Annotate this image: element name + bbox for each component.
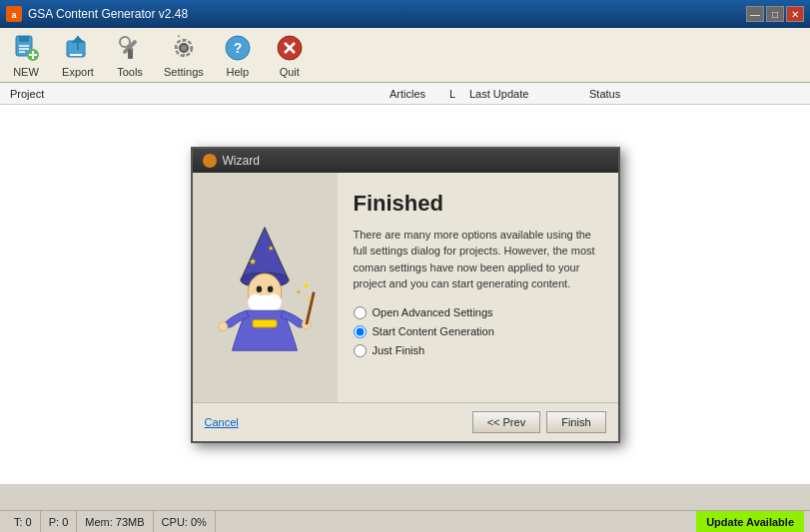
tools-icon: [114, 32, 146, 64]
svg-point-36: [219, 321, 228, 330]
table-header: Project Articles L Last Update Status: [0, 83, 810, 105]
help-icon: ?: [222, 32, 254, 64]
titlebar: a GSA Content Generator v2.48 — □ ✕: [0, 0, 810, 28]
option-start-label: Start Content Generation: [373, 325, 494, 337]
svg-marker-26: [242, 227, 288, 277]
option-advanced-label: Open Advanced Settings: [373, 306, 493, 318]
settings-icon: [168, 32, 200, 64]
wizard-content: Finished There are many more options ava…: [338, 173, 618, 402]
main-area: Wizard ★ ★: [0, 105, 810, 484]
toolbar-quit[interactable]: Quit: [272, 32, 308, 78]
footer-buttons: << Prev Finish: [472, 411, 606, 433]
maximize-button[interactable]: □: [766, 6, 784, 22]
wizard-dialog: Wizard ★ ★: [191, 147, 620, 443]
status-mem: Mem: 73MB: [77, 511, 153, 532]
dialog-overlay: Wizard ★ ★: [0, 105, 810, 484]
option-finish[interactable]: Just Finish: [354, 344, 602, 357]
svg-text:★: ★: [249, 256, 257, 266]
option-start[interactable]: Start Content Generation: [354, 325, 602, 338]
status-t: T: 0: [6, 511, 41, 532]
toolbar-export[interactable]: Export: [60, 32, 96, 78]
col-l: L: [445, 88, 465, 100]
wizard-heading: Finished: [354, 191, 602, 217]
col-project: Project: [6, 88, 386, 100]
option-finish-label: Just Finish: [373, 344, 425, 356]
svg-point-35: [267, 293, 282, 310]
status-cpu: CPU: 0%: [154, 511, 216, 532]
wizard-title: Wizard: [223, 154, 260, 168]
export-icon: [62, 32, 94, 64]
svg-text:✦: ✦: [302, 278, 311, 290]
col-lastupdate: Last Update: [465, 88, 585, 100]
toolbar-new[interactable]: NEW: [8, 32, 44, 78]
export-label: Export: [62, 66, 94, 78]
svg-rect-3: [19, 36, 29, 42]
col-articles: Articles: [386, 88, 445, 100]
svg-point-16: [120, 37, 130, 47]
svg-point-34: [248, 293, 263, 310]
toolbar-tools[interactable]: Tools: [112, 32, 148, 78]
status-update: Update Available: [696, 511, 804, 532]
option-finish-radio[interactable]: [354, 344, 367, 357]
app-title: GSA Content Generator v2.48: [28, 7, 188, 21]
wizard-options: Open Advanced Settings Start Content Gen…: [354, 306, 602, 357]
new-label: NEW: [13, 66, 39, 78]
svg-text:✦: ✦: [296, 288, 302, 295]
toolbar: NEW Export Tools: [0, 28, 810, 83]
prev-button[interactable]: << Prev: [472, 411, 541, 433]
svg-text:?: ?: [233, 40, 242, 56]
wizard-footer: Cancel << Prev Finish: [193, 402, 618, 441]
minimize-button[interactable]: —: [746, 6, 764, 22]
status-p: P: 0: [41, 511, 78, 532]
wizard-image-area: ★ ★: [193, 173, 338, 402]
settings-label: Settings: [164, 66, 204, 78]
wizard-titlebar: Wizard: [193, 149, 618, 173]
cancel-link[interactable]: Cancel: [205, 416, 239, 428]
close-button[interactable]: ✕: [786, 6, 804, 22]
toolbar-help[interactable]: ? Help: [220, 32, 256, 78]
wizard-body-text: There are many more options available us…: [354, 227, 602, 292]
wizard-image: ★ ★: [210, 223, 320, 352]
quit-label: Quit: [280, 66, 300, 78]
tools-label: Tools: [117, 66, 143, 78]
wizard-title-icon: [203, 154, 217, 168]
option-start-radio[interactable]: [354, 325, 367, 338]
svg-text:✦: ✦: [307, 293, 313, 302]
help-label: Help: [226, 66, 249, 78]
option-advanced[interactable]: Open Advanced Settings: [354, 306, 602, 319]
svg-point-32: [268, 285, 274, 292]
svg-rect-42: [253, 319, 277, 326]
statusbar: T: 0 P: 0 Mem: 73MB CPU: 0% Update Avail…: [0, 510, 810, 532]
svg-text:★: ★: [268, 243, 274, 252]
app-icon: a: [6, 6, 22, 22]
finish-button[interactable]: Finish: [546, 411, 605, 433]
new-icon: [10, 32, 42, 64]
wizard-body: ★ ★: [193, 173, 618, 402]
toolbar-settings[interactable]: Settings: [164, 32, 204, 78]
col-status: Status: [585, 88, 705, 100]
svg-point-31: [257, 285, 263, 292]
window-controls: — □ ✕: [746, 6, 804, 22]
option-advanced-radio[interactable]: [354, 306, 367, 319]
titlebar-left: a GSA Content Generator v2.48: [6, 6, 188, 22]
quit-icon: [274, 32, 306, 64]
